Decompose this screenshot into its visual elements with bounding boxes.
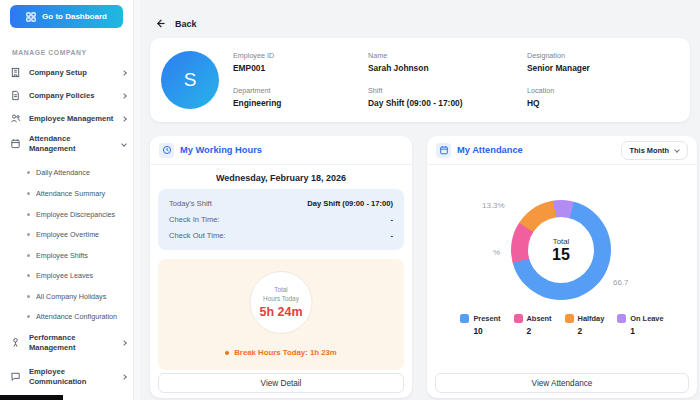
sidebar-scrollbar[interactable] [133,0,140,400]
legend-value: 10 [473,326,500,336]
field-value: HQ [527,98,554,108]
subitem-label: Employee Overtime [36,230,99,239]
chevron-down-icon [121,141,127,147]
attendance-card: My Attendance This Month Total 15 13.3% … [427,136,697,398]
subitem-label: Attendance Summary [36,189,105,198]
legend-entry-absent[interactable]: Absent 2 [514,314,552,336]
sidebar-item-attendance-management[interactable]: Attendance Management [10,134,126,154]
field-label: Name [368,51,429,60]
field-value: EMP001 [233,63,274,73]
bullet-icon [27,171,30,174]
field-label: Shift [368,86,463,95]
app-window: Go to Dashboard MANAGE COMPANY Company S… [0,0,700,400]
break-hours-text: Break Hours Today: 1h 23m [234,348,337,357]
month-filter-dropdown[interactable]: This Month [621,141,688,160]
document-icon [10,90,21,101]
avatar: S [161,51,219,109]
chevron-right-icon [121,93,127,99]
chevron-right-icon [121,116,127,122]
building-icon [10,67,21,78]
field-label: Location [527,86,554,95]
shift-info-panel: Today's Shift Day Shift (09:00 - 17:00) … [158,189,404,250]
donut-total-label: Total [553,237,569,246]
working-hours-title: My Working Hours [180,145,262,155]
sidebar-item-label: Company Policies [29,91,94,101]
horizontal-scrollbar-thumb[interactable] [0,395,63,400]
total-hours-value: 5h 24m [259,305,302,319]
legend-swatch-halfday [565,314,574,323]
break-hours-line: Break Hours Today: 1h 23m [158,348,404,357]
attendance-title: My Attendance [457,145,523,155]
people-icon [10,113,21,124]
legend-value: 1 [630,326,663,336]
employee-location-field: Location HQ [527,86,554,108]
chevron-right-icon [121,374,127,380]
legend-value: 2 [527,326,552,336]
attendance-donut[interactable]: Total 15 [511,200,611,300]
sidebar-item-performance-management[interactable]: Performance Management [10,333,126,353]
dashboard-grid-icon [26,12,36,22]
row-value: Day Shift (09:00 - 17:00) [307,199,393,208]
employee-id-field: Employee ID EMP001 [233,51,274,73]
break-dot-icon [225,351,229,355]
sidebar: Go to Dashboard MANAGE COMPANY Company S… [0,0,133,400]
view-detail-button[interactable]: View Detail [158,373,404,393]
manage-company-section-label: MANAGE COMPANY [12,49,87,56]
bullet-icon [27,213,30,216]
subitem-label: Daily Attendance [36,168,90,177]
subitem-label: Employee Discrepancies [36,210,115,219]
sidebar-subitem-daily-attendance[interactable]: Daily Attendance [27,168,131,177]
row-value: - [390,215,393,224]
employee-shift-field: Shift Day Shift (09:00 - 17:00) [368,86,463,108]
donut-label-absent-pct: % [493,248,500,257]
field-label: Employee ID [233,51,274,60]
back-button[interactable]: Back [155,18,197,29]
bullet-icon [27,233,30,236]
bullet-icon [27,274,30,277]
check-out-row: Check Out Time: - [169,228,393,244]
month-filter-label: This Month [630,146,669,155]
sidebar-item-label: Employee Management [29,114,113,124]
donut-label-halfday-pct: 13.3% [482,201,505,210]
view-attendance-button[interactable]: View Attendance [435,373,689,393]
legend-entry-halfday[interactable]: Halfday 2 [565,314,605,336]
chevron-down-icon [674,147,680,153]
attendance-legend: Present 10 Absent 2 Halfday 2 [427,314,697,336]
sidebar-item-employee-management[interactable]: Employee Management [10,113,126,124]
legend-entry-present[interactable]: Present 10 [460,314,500,336]
sidebar-item-company-policies[interactable]: Company Policies [10,90,126,101]
sidebar-subitem-employee-discrepancies[interactable]: Employee Discrepancies [27,210,131,219]
sidebar-item-label: Employee Communication [29,367,114,387]
go-to-dashboard-label: Go to Dashboard [42,12,107,21]
bullet-icon [27,295,30,298]
back-arrow-icon [155,18,166,29]
sidebar-item-company-setup[interactable]: Company Setup [10,67,126,78]
current-date: Wednesday, February 18, 2026 [150,173,412,183]
sidebar-subitem-attendance-configuration[interactable]: Attendance Configuration [27,312,131,321]
row-value: - [390,231,393,240]
sidebar-subitem-employee-shifts[interactable]: Employee Shifts [27,251,131,260]
employee-name-field: Name Sarah Johnson [368,51,429,73]
sidebar-subitem-all-company-holidays[interactable]: All Company Holidays [27,292,131,301]
legend-entry-on-leave[interactable]: On Leave 1 [617,314,663,336]
check-in-row: Check In Time: - [169,211,393,227]
field-value: Engineering [233,98,281,108]
sidebar-item-employee-communication[interactable]: Employee Communication [10,367,126,387]
sidebar-subitem-employee-overtime[interactable]: Employee Overtime [27,230,131,239]
legend-swatch-on-leave [617,314,626,323]
sidebar-subitem-attendance-summary[interactable]: Attendance Summary [27,189,131,198]
legend-label: Present [473,314,500,323]
go-to-dashboard-button[interactable]: Go to Dashboard [10,5,123,28]
employee-summary-card: S Employee ID EMP001 Name Sarah Johnson … [150,38,690,122]
total-hours-circle: Total Hours Today 5h 24m [250,271,313,334]
sidebar-item-label: Performance Management [29,333,114,353]
avatar-initial: S [184,69,197,91]
row-label: Check In Time: [169,215,220,224]
field-value: Day Shift (09:00 - 17:00) [368,98,463,108]
sidebar-subitem-employee-leaves[interactable]: Employee Leaves [27,271,131,280]
row-label: Today's Shift [169,199,212,208]
bullet-icon [27,254,30,257]
calendar-icon [10,138,21,149]
bullet-icon [27,192,30,195]
total-hours-label: Hours Today [263,295,299,304]
